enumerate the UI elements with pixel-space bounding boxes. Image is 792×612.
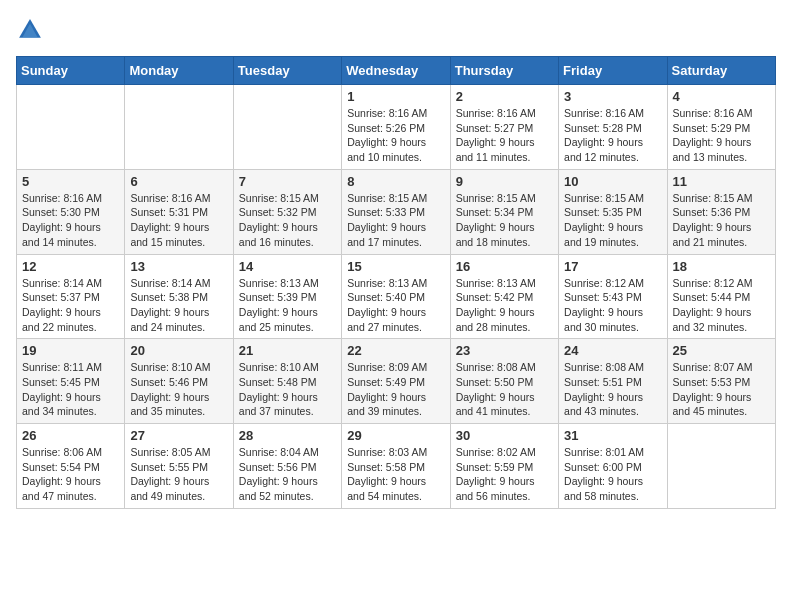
day-number: 6 [130, 174, 227, 189]
calendar-cell [233, 85, 341, 170]
day-number: 26 [22, 428, 119, 443]
day-info: Sunrise: 8:03 AMSunset: 5:58 PMDaylight:… [347, 445, 444, 504]
day-info: Sunrise: 8:15 AMSunset: 5:34 PMDaylight:… [456, 191, 553, 250]
logo-icon [16, 16, 44, 44]
calendar-cell: 29Sunrise: 8:03 AMSunset: 5:58 PMDayligh… [342, 424, 450, 509]
day-number: 21 [239, 343, 336, 358]
day-number: 28 [239, 428, 336, 443]
day-info: Sunrise: 8:13 AMSunset: 5:42 PMDaylight:… [456, 276, 553, 335]
logo [16, 16, 48, 44]
calendar-cell: 23Sunrise: 8:08 AMSunset: 5:50 PMDayligh… [450, 339, 558, 424]
calendar-cell: 7Sunrise: 8:15 AMSunset: 5:32 PMDaylight… [233, 169, 341, 254]
calendar-cell: 4Sunrise: 8:16 AMSunset: 5:29 PMDaylight… [667, 85, 775, 170]
day-number: 9 [456, 174, 553, 189]
day-header-thursday: Thursday [450, 57, 558, 85]
day-info: Sunrise: 8:13 AMSunset: 5:39 PMDaylight:… [239, 276, 336, 335]
day-number: 25 [673, 343, 770, 358]
day-number: 19 [22, 343, 119, 358]
calendar-week-row: 12Sunrise: 8:14 AMSunset: 5:37 PMDayligh… [17, 254, 776, 339]
day-info: Sunrise: 8:02 AMSunset: 5:59 PMDaylight:… [456, 445, 553, 504]
day-info: Sunrise: 8:12 AMSunset: 5:43 PMDaylight:… [564, 276, 661, 335]
day-info: Sunrise: 8:16 AMSunset: 5:30 PMDaylight:… [22, 191, 119, 250]
day-header-monday: Monday [125, 57, 233, 85]
day-header-friday: Friday [559, 57, 667, 85]
calendar-cell [17, 85, 125, 170]
calendar-cell: 28Sunrise: 8:04 AMSunset: 5:56 PMDayligh… [233, 424, 341, 509]
calendar-cell: 10Sunrise: 8:15 AMSunset: 5:35 PMDayligh… [559, 169, 667, 254]
calendar-week-row: 26Sunrise: 8:06 AMSunset: 5:54 PMDayligh… [17, 424, 776, 509]
day-info: Sunrise: 8:12 AMSunset: 5:44 PMDaylight:… [673, 276, 770, 335]
calendar-cell: 17Sunrise: 8:12 AMSunset: 5:43 PMDayligh… [559, 254, 667, 339]
calendar-cell: 25Sunrise: 8:07 AMSunset: 5:53 PMDayligh… [667, 339, 775, 424]
calendar-cell: 19Sunrise: 8:11 AMSunset: 5:45 PMDayligh… [17, 339, 125, 424]
page-header [16, 16, 776, 44]
calendar-week-row: 1Sunrise: 8:16 AMSunset: 5:26 PMDaylight… [17, 85, 776, 170]
calendar-cell: 26Sunrise: 8:06 AMSunset: 5:54 PMDayligh… [17, 424, 125, 509]
day-info: Sunrise: 8:08 AMSunset: 5:51 PMDaylight:… [564, 360, 661, 419]
calendar-cell: 2Sunrise: 8:16 AMSunset: 5:27 PMDaylight… [450, 85, 558, 170]
calendar-header-row: SundayMondayTuesdayWednesdayThursdayFrid… [17, 57, 776, 85]
day-info: Sunrise: 8:10 AMSunset: 5:46 PMDaylight:… [130, 360, 227, 419]
day-info: Sunrise: 8:04 AMSunset: 5:56 PMDaylight:… [239, 445, 336, 504]
day-number: 20 [130, 343, 227, 358]
day-info: Sunrise: 8:08 AMSunset: 5:50 PMDaylight:… [456, 360, 553, 419]
calendar-cell: 13Sunrise: 8:14 AMSunset: 5:38 PMDayligh… [125, 254, 233, 339]
calendar-cell: 9Sunrise: 8:15 AMSunset: 5:34 PMDaylight… [450, 169, 558, 254]
day-info: Sunrise: 8:11 AMSunset: 5:45 PMDaylight:… [22, 360, 119, 419]
calendar-cell: 20Sunrise: 8:10 AMSunset: 5:46 PMDayligh… [125, 339, 233, 424]
day-header-wednesday: Wednesday [342, 57, 450, 85]
day-info: Sunrise: 8:15 AMSunset: 5:32 PMDaylight:… [239, 191, 336, 250]
calendar-cell: 16Sunrise: 8:13 AMSunset: 5:42 PMDayligh… [450, 254, 558, 339]
calendar-cell: 1Sunrise: 8:16 AMSunset: 5:26 PMDaylight… [342, 85, 450, 170]
day-number: 12 [22, 259, 119, 274]
day-number: 24 [564, 343, 661, 358]
day-number: 29 [347, 428, 444, 443]
day-info: Sunrise: 8:16 AMSunset: 5:28 PMDaylight:… [564, 106, 661, 165]
day-number: 7 [239, 174, 336, 189]
calendar-cell: 15Sunrise: 8:13 AMSunset: 5:40 PMDayligh… [342, 254, 450, 339]
day-number: 11 [673, 174, 770, 189]
day-info: Sunrise: 8:10 AMSunset: 5:48 PMDaylight:… [239, 360, 336, 419]
calendar-table: SundayMondayTuesdayWednesdayThursdayFrid… [16, 56, 776, 509]
day-number: 1 [347, 89, 444, 104]
day-number: 31 [564, 428, 661, 443]
day-header-sunday: Sunday [17, 57, 125, 85]
calendar-cell: 30Sunrise: 8:02 AMSunset: 5:59 PMDayligh… [450, 424, 558, 509]
day-info: Sunrise: 8:14 AMSunset: 5:37 PMDaylight:… [22, 276, 119, 335]
calendar-cell: 14Sunrise: 8:13 AMSunset: 5:39 PMDayligh… [233, 254, 341, 339]
day-number: 27 [130, 428, 227, 443]
day-info: Sunrise: 8:15 AMSunset: 5:35 PMDaylight:… [564, 191, 661, 250]
calendar-cell: 31Sunrise: 8:01 AMSunset: 6:00 PMDayligh… [559, 424, 667, 509]
day-info: Sunrise: 8:09 AMSunset: 5:49 PMDaylight:… [347, 360, 444, 419]
calendar-week-row: 5Sunrise: 8:16 AMSunset: 5:30 PMDaylight… [17, 169, 776, 254]
day-info: Sunrise: 8:14 AMSunset: 5:38 PMDaylight:… [130, 276, 227, 335]
calendar-cell: 22Sunrise: 8:09 AMSunset: 5:49 PMDayligh… [342, 339, 450, 424]
calendar-cell: 24Sunrise: 8:08 AMSunset: 5:51 PMDayligh… [559, 339, 667, 424]
day-number: 30 [456, 428, 553, 443]
calendar-cell: 27Sunrise: 8:05 AMSunset: 5:55 PMDayligh… [125, 424, 233, 509]
day-number: 16 [456, 259, 553, 274]
day-info: Sunrise: 8:16 AMSunset: 5:29 PMDaylight:… [673, 106, 770, 165]
day-number: 8 [347, 174, 444, 189]
day-number: 15 [347, 259, 444, 274]
day-info: Sunrise: 8:05 AMSunset: 5:55 PMDaylight:… [130, 445, 227, 504]
day-number: 18 [673, 259, 770, 274]
calendar-cell: 21Sunrise: 8:10 AMSunset: 5:48 PMDayligh… [233, 339, 341, 424]
day-info: Sunrise: 8:01 AMSunset: 6:00 PMDaylight:… [564, 445, 661, 504]
day-number: 2 [456, 89, 553, 104]
day-number: 22 [347, 343, 444, 358]
day-number: 17 [564, 259, 661, 274]
calendar-cell: 5Sunrise: 8:16 AMSunset: 5:30 PMDaylight… [17, 169, 125, 254]
day-header-tuesday: Tuesday [233, 57, 341, 85]
calendar-cell: 11Sunrise: 8:15 AMSunset: 5:36 PMDayligh… [667, 169, 775, 254]
day-number: 4 [673, 89, 770, 104]
day-info: Sunrise: 8:16 AMSunset: 5:31 PMDaylight:… [130, 191, 227, 250]
day-info: Sunrise: 8:13 AMSunset: 5:40 PMDaylight:… [347, 276, 444, 335]
day-number: 23 [456, 343, 553, 358]
day-info: Sunrise: 8:15 AMSunset: 5:36 PMDaylight:… [673, 191, 770, 250]
day-number: 5 [22, 174, 119, 189]
day-info: Sunrise: 8:15 AMSunset: 5:33 PMDaylight:… [347, 191, 444, 250]
calendar-cell: 12Sunrise: 8:14 AMSunset: 5:37 PMDayligh… [17, 254, 125, 339]
calendar-cell [125, 85, 233, 170]
day-info: Sunrise: 8:16 AMSunset: 5:27 PMDaylight:… [456, 106, 553, 165]
